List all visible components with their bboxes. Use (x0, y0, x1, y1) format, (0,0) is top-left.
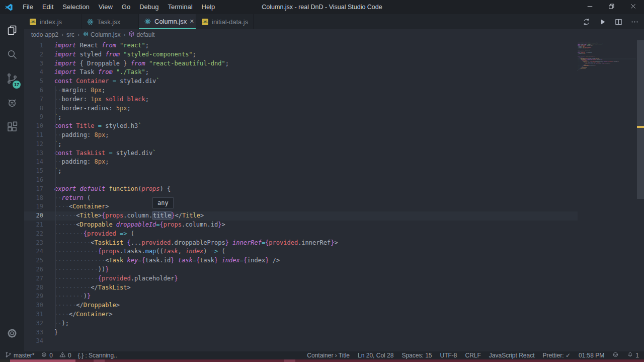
code-line-2[interactable]: 2import styled from "styled-components"; (24, 50, 644, 59)
line-number[interactable]: 9 (24, 113, 43, 122)
code-line-32[interactable]: 32··); (24, 319, 644, 328)
code-line-14[interactable]: 14··padding: 8px; (24, 158, 644, 167)
status-ln-20-col-28[interactable]: Ln 20, Col 28 (358, 352, 393, 359)
close-button[interactable] (622, 0, 644, 14)
line-number[interactable]: 21 (24, 221, 43, 230)
code-line-4[interactable]: 4import Task from "./Task"; (24, 68, 644, 77)
breadcrumb-item-default[interactable]: default (128, 31, 154, 39)
line-number[interactable]: 5 (24, 77, 43, 86)
tab-Task.jsx[interactable]: Task.jsx (82, 14, 139, 29)
code-line-33[interactable]: 33} (24, 328, 644, 337)
menu-item-go[interactable]: Go (117, 0, 135, 14)
status-container-title[interactable]: Container › Title (307, 352, 350, 359)
code-line-10[interactable]: 10const Title = styled.h3` (24, 122, 644, 131)
breadcrumb-item-column.jsx[interactable]: Column.jsx (83, 31, 120, 39)
code-line-23[interactable]: 23··········<TaskList {...provided.dropp… (24, 239, 644, 248)
code-line-3[interactable]: 3import { Droppable } from "react-beauti… (24, 59, 644, 68)
git-branch-status[interactable]: master* (5, 351, 34, 359)
menu-item-edit[interactable]: Edit (38, 0, 58, 14)
status--scanning-[interactable]: {.} : Scanning.. (78, 352, 117, 359)
menu-item-selection[interactable]: Selection (58, 0, 94, 14)
line-number[interactable]: 10 (24, 122, 43, 131)
code-line-16[interactable]: 16 (24, 176, 644, 185)
code-line-5[interactable]: 5const Container = styled.div` (24, 77, 644, 86)
tab-initial-data.js[interactable]: JSinitial-data.js (196, 14, 254, 29)
line-number[interactable]: 34 (24, 337, 43, 346)
smiley-status[interactable] (612, 351, 619, 359)
explorer-activity-button[interactable] (0, 19, 24, 43)
line-number[interactable]: 8 (24, 104, 43, 113)
code-line-30[interactable]: 30······</Droppable> (24, 301, 644, 310)
minimize-button[interactable] (579, 0, 601, 14)
bell-status[interactable]: 1 (627, 351, 639, 359)
line-number[interactable]: 24 (24, 247, 43, 256)
code-line-22[interactable]: 22········{provided => ( (24, 230, 644, 239)
code-line-7[interactable]: 7··border: 1px solid black; (24, 95, 644, 104)
line-number[interactable]: 20 (24, 211, 43, 221)
menu-item-help[interactable]: Help (197, 0, 220, 14)
error-status[interactable]: 0 (41, 351, 53, 359)
line-number[interactable]: 6 (24, 86, 43, 95)
code-line-27[interactable]: 27············{provided.placeholder} (24, 274, 644, 283)
code-line-6[interactable]: 6··margin: 8px; (24, 86, 644, 95)
line-number[interactable]: 19 (24, 202, 43, 211)
line-number[interactable]: 29 (24, 292, 43, 301)
code-line-34[interactable]: 34 (24, 337, 644, 346)
breadcrumb-item-todo-app2[interactable]: todo-app2 (31, 31, 58, 38)
code-line-21[interactable]: 21······<Droppable droppableId={props.co… (24, 221, 644, 230)
breadcrumb-item-src[interactable]: src (66, 31, 74, 38)
code-line-25[interactable]: 25··············<Task key={task.id} task… (24, 256, 644, 265)
line-number[interactable]: 25 (24, 256, 43, 265)
code-line-18[interactable]: 18··return ( (24, 194, 644, 203)
code-line-19[interactable]: 19····<Container> (24, 202, 644, 211)
code-line-28[interactable]: 28··········</TaskList> (24, 283, 644, 293)
search-activity-button[interactable] (0, 43, 24, 67)
line-number[interactable]: 14 (24, 158, 43, 167)
restore-button[interactable] (601, 0, 622, 14)
menu-item-view[interactable]: View (94, 0, 117, 14)
line-number[interactable]: 3 (24, 59, 43, 68)
line-number[interactable]: 31 (24, 310, 43, 319)
code-line-20[interactable]: 20······<Title>{props.column.title}</Tit… (24, 211, 644, 221)
sync-changes-button[interactable] (582, 18, 591, 26)
line-number[interactable]: 4 (24, 68, 43, 77)
line-number[interactable]: 27 (24, 274, 43, 283)
line-number[interactable]: 28 (24, 283, 43, 293)
settings-gear-button[interactable] (0, 322, 24, 346)
minimap[interactable]: import React from "react";import styled … (578, 42, 638, 351)
line-number[interactable]: 13 (24, 149, 43, 158)
line-number[interactable]: 30 (24, 301, 43, 310)
tab-Column.jsx[interactable]: Column.jsx× (139, 14, 196, 29)
code-line-17[interactable]: 17export default function(props) { (24, 185, 644, 194)
line-number[interactable]: 32 (24, 319, 43, 328)
code-line-34[interactable] (578, 71, 636, 72)
code-line-8[interactable]: 8··border-radius: 5px; (24, 104, 644, 113)
menu-item-debug[interactable]: Debug (135, 0, 163, 14)
more-actions-button[interactable] (630, 18, 639, 26)
menu-item-file[interactable]: File (18, 0, 38, 14)
code-line-26[interactable]: 26············))} (24, 265, 644, 274)
extensions-activity-button[interactable] (0, 116, 24, 140)
close-tab-icon[interactable]: × (190, 18, 194, 25)
line-number[interactable]: 12 (24, 140, 43, 149)
line-number[interactable]: 7 (24, 95, 43, 104)
code-line-9[interactable]: 9`; (24, 113, 644, 122)
status-prettier-[interactable]: Prettier: ✓ (543, 352, 571, 359)
status-javascript-react[interactable]: JavaScript React (489, 352, 535, 359)
line-number[interactable]: 11 (24, 131, 43, 140)
code-line-15[interactable]: 15`; (24, 167, 644, 176)
source-control-activity-button[interactable]: 17 (0, 67, 24, 92)
line-number[interactable]: 33 (24, 328, 43, 337)
code-line-29[interactable]: 29········)} (24, 292, 644, 301)
debug-activity-button[interactable] (0, 92, 24, 116)
line-number[interactable]: 23 (24, 239, 43, 248)
menu-item-terminal[interactable]: Terminal (163, 0, 197, 14)
line-number[interactable]: 16 (24, 176, 43, 185)
split-editor-button[interactable] (614, 18, 623, 26)
code-line-1[interactable]: 1import React from "react"; (24, 41, 644, 50)
line-number[interactable]: 1 (24, 41, 43, 50)
code-line-13[interactable]: 13const TaskList = styled.div` (24, 149, 644, 158)
status-01-58-pm[interactable]: 01:58 PM (579, 352, 604, 359)
editor-lines[interactable]: 1import React from "react";2import style… (24, 40, 644, 346)
warning-status[interactable]: 0 (59, 351, 71, 359)
